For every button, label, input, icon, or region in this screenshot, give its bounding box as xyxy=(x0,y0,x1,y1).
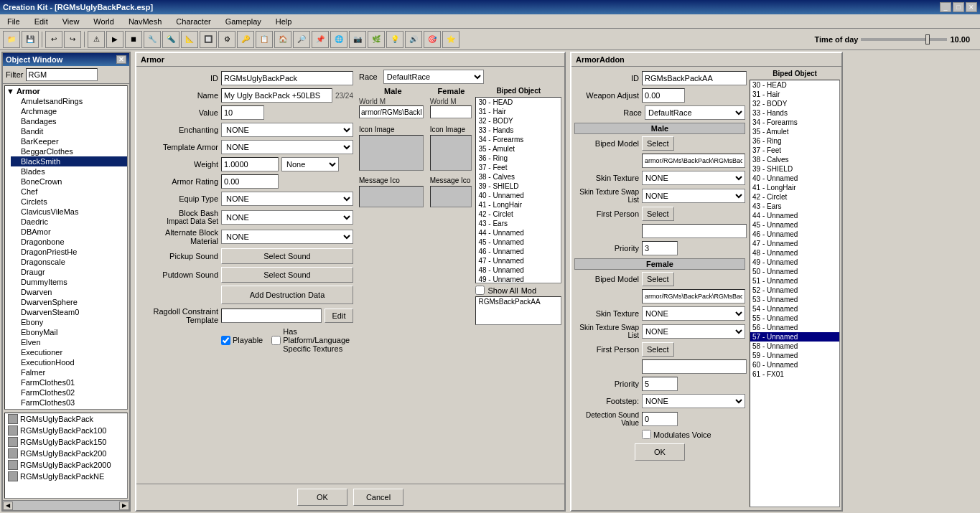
toolbar-btn-8[interactable]: 🔧 xyxy=(144,31,161,48)
addon-biped-44[interactable]: 44 - Unnamed xyxy=(750,211,839,220)
priority-male-input[interactable] xyxy=(642,241,678,255)
addon-biped-longhair[interactable]: 41 - LongHair xyxy=(750,183,839,192)
biped-model-male-select[interactable]: Select xyxy=(642,136,674,151)
addon-biped-46[interactable]: 46 - Unnamed xyxy=(750,230,839,239)
alt-block-select[interactable]: NONE xyxy=(221,230,353,244)
biped-item-feet[interactable]: 37 - Feet xyxy=(476,163,561,172)
tree-execution-hood[interactable]: ExecutionHood xyxy=(11,357,127,367)
equip-type-select[interactable]: NONE xyxy=(221,192,353,206)
toolbar-btn-14[interactable]: 📋 xyxy=(256,31,273,48)
addon-biped-hair[interactable]: 31 - Hair xyxy=(750,90,839,99)
enchanting-select[interactable]: NONE xyxy=(221,123,353,137)
list-item-backpack[interactable]: RGMsUglyBackPack xyxy=(5,413,127,425)
addon-biped-61[interactable]: 61 - FX01 xyxy=(750,370,839,379)
addon-biped-40[interactable]: 40 - Unnamed xyxy=(750,174,839,183)
toolbar-btn-13[interactable]: 🔑 xyxy=(237,31,254,48)
addon-biped-forearms[interactable]: 34 - Forearms xyxy=(750,118,839,127)
filter-input[interactable] xyxy=(26,68,98,81)
tree-executioner[interactable]: Executioner xyxy=(11,347,127,357)
list-item-backpack100[interactable]: RGMsUglyBackPack100 xyxy=(5,425,127,436)
skin-swap-male-select[interactable]: NONE xyxy=(642,189,745,203)
addon-biped-circlet[interactable]: 42 - Circlet xyxy=(750,192,839,202)
toolbar-btn-7[interactable]: ⏹ xyxy=(125,31,142,48)
tree-circlets[interactable]: Circlets xyxy=(11,197,127,207)
biped-item-47[interactable]: 47 - Unnamed xyxy=(476,256,561,265)
addon-biped-shield[interactable]: 39 - SHIELD xyxy=(750,164,839,174)
list-item-backpack150[interactable]: RGMsUglyBackPack150 xyxy=(5,436,127,448)
biped-item-shield[interactable]: 39 - SHIELD xyxy=(476,182,561,191)
toolbar-btn-11[interactable]: 🔲 xyxy=(200,31,217,48)
biped-item-longhair[interactable]: 41 - LongHair xyxy=(476,200,561,210)
biped-item-ears[interactable]: 43 - Ears xyxy=(476,219,561,228)
addon-weapon-input[interactable] xyxy=(642,88,685,103)
playable-checkbox-label[interactable]: Playable xyxy=(221,336,263,345)
race-select[interactable]: DefaultRace xyxy=(383,70,484,84)
addon-biped-56[interactable]: 56 - Unnamed xyxy=(750,323,839,332)
footstep-select[interactable]: NONE xyxy=(642,394,745,408)
impact-data-select[interactable]: NONE xyxy=(221,210,353,225)
armor-rating-input[interactable] xyxy=(221,174,279,189)
addon-biped-54[interactable]: 54 - Unnamed xyxy=(750,304,839,314)
value-input[interactable] xyxy=(221,105,264,120)
addon-biped-51[interactable]: 51 - Unnamed xyxy=(750,276,839,286)
ragdoll-input[interactable] xyxy=(221,309,322,323)
toolbar-btn-23[interactable]: 🎯 xyxy=(424,31,441,48)
tree-farm1[interactable]: FarmClothes01 xyxy=(11,377,127,387)
toolbar-btn-9[interactable]: 🔦 xyxy=(162,31,179,48)
toolbar-btn-6[interactable]: ▶ xyxy=(106,31,123,48)
menu-gameplay[interactable]: Gameplay xyxy=(221,16,266,27)
tree-archmage[interactable]: Archmage xyxy=(11,106,127,116)
biped-item-49[interactable]: 49 - Unnamed xyxy=(476,275,561,283)
addon-biped-45[interactable]: 45 - Unnamed xyxy=(750,220,839,230)
toolbar-btn-2[interactable]: 💾 xyxy=(22,31,39,48)
add-destruction-button[interactable]: Add Destruction Data xyxy=(221,286,353,304)
biped-item-hands[interactable]: 33 - Hands xyxy=(476,126,561,135)
biped-item-forearms[interactable]: 34 - Forearms xyxy=(476,135,561,144)
tree-dragonpriest[interactable]: DragonPriestHe xyxy=(11,247,127,257)
biped-item-calves[interactable]: 38 - Calves xyxy=(476,172,561,182)
biped-item-46[interactable]: 46 - Unnamed xyxy=(476,247,561,256)
biped-item-48[interactable]: 48 - Unnamed xyxy=(476,265,561,275)
detection-input[interactable] xyxy=(642,412,678,426)
first-person-female-select[interactable]: Select xyxy=(642,342,674,357)
tree-chef[interactable]: Chef xyxy=(11,187,127,197)
biped-item-40[interactable]: 40 - Unnamed xyxy=(476,191,561,200)
toolbar-btn-22[interactable]: 🔊 xyxy=(405,31,422,48)
world-model-male-input[interactable] xyxy=(359,105,424,118)
tree-dwarven-sphere[interactable]: DwarvenSphere xyxy=(11,297,127,307)
tree-dwarven-steam[interactable]: DwarvenSteam0 xyxy=(11,307,127,317)
addon-biped-amulet[interactable]: 35 - Amulet xyxy=(750,127,839,136)
tree-dragonbone[interactable]: Dragonbone xyxy=(11,237,127,247)
world-model-female-input[interactable] xyxy=(430,105,472,118)
biped-item-amulet[interactable]: 35 - Amulet xyxy=(476,144,561,154)
addon-biped-ears[interactable]: 43 - Ears xyxy=(750,202,839,211)
biped-model-female-input[interactable] xyxy=(642,289,745,303)
object-window-close[interactable]: ✕ xyxy=(116,55,126,64)
biped-item-head[interactable]: 30 - HEAD xyxy=(476,98,561,107)
show-all-checkbox[interactable] xyxy=(475,286,485,295)
toolbar-btn-15[interactable]: 🏠 xyxy=(274,31,291,48)
skin-texture-male-select[interactable]: NONE xyxy=(642,171,745,185)
skin-texture-female-select[interactable]: NONE xyxy=(642,306,745,321)
toolbar-btn-21[interactable]: 💡 xyxy=(386,31,403,48)
list-item-backpackne[interactable]: RGMsUglyBackPackNE xyxy=(5,471,127,482)
tree-dragonscale[interactable]: Dragonscale xyxy=(11,257,127,267)
addon-biped-body[interactable]: 32 - BODY xyxy=(750,99,839,108)
toolbar-btn-20[interactable]: 🌿 xyxy=(368,31,385,48)
tree-elven[interactable]: Elven xyxy=(11,337,127,347)
tree-bandit[interactable]: Bandit xyxy=(11,126,127,136)
addon-race-select[interactable]: DefaultRace xyxy=(645,105,745,120)
pickup-sound-button[interactable]: Select Sound xyxy=(221,248,353,264)
addon-biped-feet[interactable]: 37 - Feet xyxy=(750,146,839,155)
tree-dummy[interactable]: DummyItems xyxy=(11,277,127,287)
name-input[interactable] xyxy=(221,88,332,103)
menu-edit[interactable]: Edit xyxy=(30,16,52,27)
tree-bonecrown[interactable]: BoneCrown xyxy=(11,177,127,187)
tree-dwarven[interactable]: Dwarven xyxy=(11,287,127,297)
addon-biped-58[interactable]: 58 - Unnamed xyxy=(750,342,839,351)
first-person-male-select[interactable]: Select xyxy=(642,207,674,221)
addon-biped-head[interactable]: 30 - HEAD xyxy=(750,80,839,90)
weight-option-select[interactable]: None xyxy=(281,157,339,171)
armor-cancel-button[interactable]: Cancel xyxy=(353,489,403,506)
tree-barkeeper[interactable]: BarKeeper xyxy=(11,136,127,146)
